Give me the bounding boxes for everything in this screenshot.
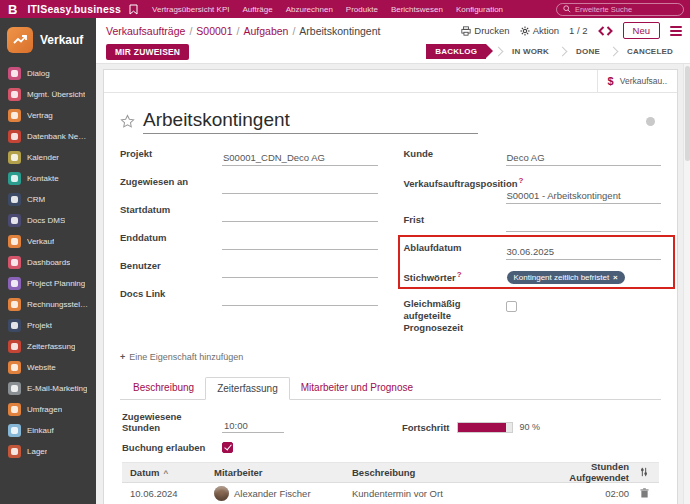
top-menu-item[interactable]: Aufträge	[242, 5, 272, 14]
table-header-row: Datum^ Mitarbeiter Beschreibung Stunden …	[122, 463, 659, 483]
sidebar-item-label: Verkauf	[27, 237, 54, 246]
sidebar-item[interactable]: Zeiterfassung	[0, 336, 96, 357]
sidebar-app-header[interactable]: Verkauf	[0, 18, 96, 63]
tag-remove-icon[interactable]: ×	[613, 273, 618, 282]
sale-order-smart-button[interactable]: $ Verkaufsau..	[597, 70, 677, 92]
sidebar-item[interactable]: CRM	[0, 189, 96, 210]
top-menu-item[interactable]: Abzurechnen	[286, 5, 333, 14]
allocated-hours-input[interactable]: 10:00	[222, 419, 284, 433]
sidebar-app-icon	[8, 403, 21, 416]
timesheet-row[interactable]: 10.06.2024 Alexander Fischer Kundentermi…	[122, 483, 659, 504]
sidebar-item[interactable]: Kalender	[0, 147, 96, 168]
top-menu-item[interactable]: Vertragsübersicht KPI	[152, 5, 229, 14]
sidebar-item[interactable]: Verkauf	[0, 231, 96, 252]
sidebar-item[interactable]: Einkauf	[0, 420, 96, 441]
brand-name[interactable]: ITISeasy.business	[27, 3, 121, 15]
sidebar-app-title: Verkauf	[40, 33, 83, 47]
help-icon[interactable]: ?	[457, 270, 462, 279]
stage-item[interactable]: IN WORK	[503, 44, 558, 59]
top-menu-item[interactable]: Produkte	[346, 5, 378, 14]
breadcrumb-current: Arbeitskontingent	[299, 25, 380, 37]
pager-next-icon[interactable]	[606, 26, 613, 36]
stage-item[interactable]: BACKLOG	[426, 44, 486, 59]
add-property-link[interactable]: + Eine Eigenschaft hinzufügen	[120, 352, 661, 362]
field-value[interactable]	[222, 179, 378, 194]
top-menu-item[interactable]: Konfiguration	[456, 5, 503, 14]
print-button[interactable]: Drucken	[461, 25, 509, 36]
field-value[interactable]	[222, 207, 378, 222]
column-header-date[interactable]: Datum^	[122, 467, 214, 478]
form-field-row: Benutzer	[120, 258, 378, 278]
notebook-tab[interactable]: Beschreibung	[122, 377, 205, 400]
search-input[interactable]	[575, 5, 677, 14]
favorite-star-icon[interactable]	[120, 114, 135, 129]
sidebar-item[interactable]: Umfragen	[0, 399, 96, 420]
breadcrumb-separator: /	[237, 25, 240, 37]
app-logo[interactable]: B	[6, 2, 19, 17]
sidebar-item[interactable]: Projekt	[0, 315, 96, 336]
sidebar-item[interactable]: Datenbank Neutralisie...	[0, 126, 96, 147]
sidebar-item[interactable]: Website	[0, 357, 96, 378]
sidebar-app-icon	[8, 340, 21, 353]
sidebar-item[interactable]: Vertrag	[0, 105, 96, 126]
scrollbar-thumb[interactable]	[685, 66, 690, 161]
form-field-row: Projekt S00001_CDN_Deco AG	[120, 146, 378, 166]
breadcrumb-link[interactable]: Verkaufsaufträge	[106, 25, 185, 37]
stage-item[interactable]: CANCELED	[618, 44, 682, 59]
expiration-date-field-value[interactable]: 30.06.2025	[506, 245, 662, 260]
sidebar-item[interactable]: Rechnungsstellung	[0, 294, 96, 315]
customer-field-value[interactable]: Deco AG	[506, 151, 662, 166]
field-label: Kunde	[404, 146, 506, 160]
sidebar-item[interactable]: Mgmt. Übersicht	[0, 84, 96, 105]
bookmark-icon[interactable]	[129, 4, 138, 15]
activity-status-dot[interactable]	[646, 117, 655, 126]
top-menu: Vertragsübersicht KPI Aufträge Abzurechn…	[152, 5, 503, 14]
vertical-scrollbar[interactable]	[683, 64, 690, 504]
search-box[interactable]	[556, 3, 684, 16]
help-icon[interactable]: ?	[519, 176, 524, 185]
breadcrumb-link[interactable]: Aufgaben	[243, 25, 288, 37]
action-menu-button[interactable]: Aktion	[520, 25, 559, 36]
notebook-tab[interactable]: Mitarbeiter und Prognose	[290, 377, 424, 400]
task-title-input[interactable]: Arbeitskontingent	[143, 109, 478, 134]
deadline-field-value[interactable]	[506, 217, 662, 232]
allow-booking-checkbox[interactable]	[222, 442, 233, 453]
sidebar-item[interactable]: Docs DMS	[0, 210, 96, 231]
pager-previous-icon[interactable]	[598, 26, 605, 36]
sidebar-item[interactable]: E-Mail-Marketing	[0, 378, 96, 399]
employee-avatar	[214, 486, 229, 501]
sidebar-item[interactable]: Project Planning	[0, 273, 96, 294]
column-header-description[interactable]: Beschreibung	[352, 467, 533, 478]
sidebar-item[interactable]: Lager	[0, 441, 96, 462]
search-icon	[563, 5, 571, 13]
top-menu-item[interactable]: Berichtswesen	[391, 5, 443, 14]
notebook-tab[interactable]: Zeiterfassung	[205, 377, 290, 400]
forecast-checkbox[interactable]	[506, 301, 517, 312]
column-header-hours[interactable]: Stunden Aufgewendet	[533, 461, 629, 483]
delete-row-icon[interactable]	[629, 488, 659, 498]
sidebar-item[interactable]: Dashboards	[0, 252, 96, 273]
field-value[interactable]: S00001_CDN_Deco AG	[222, 151, 378, 166]
tag-badge[interactable]: Kontingent zeitlich befristet×	[507, 271, 625, 284]
optional-columns-icon[interactable]	[629, 467, 659, 477]
new-button[interactable]: Neu	[623, 22, 660, 39]
sale-order-line-field-value[interactable]: S00001 - Arbeitskontingent	[506, 189, 662, 204]
field-value[interactable]	[222, 291, 378, 306]
field-value[interactable]	[222, 263, 378, 278]
menu-toggle-icon[interactable]	[670, 26, 682, 36]
tags-field[interactable]: Kontingent zeitlich befristet×	[506, 270, 662, 288]
sidebar-item-label: Dashboards	[27, 258, 70, 267]
sidebar-item-label: Zeiterfassung	[27, 342, 75, 351]
field-value[interactable]	[222, 235, 378, 250]
progress-bar	[457, 422, 513, 433]
sidebar-item[interactable]: Kontakte	[0, 168, 96, 189]
sidebar-app-icon	[8, 214, 21, 227]
breadcrumb-separator: /	[189, 25, 192, 37]
breadcrumb-separator: /	[292, 25, 295, 37]
breadcrumb-link[interactable]: S00001	[196, 25, 232, 37]
sidebar-item[interactable]: Dialog	[0, 63, 96, 84]
stage-item[interactable]: DONE	[567, 44, 609, 59]
column-header-employee[interactable]: Mitarbeiter	[214, 467, 352, 478]
sidebar-app-icon	[8, 109, 21, 122]
assign-to-me-button[interactable]: MIR ZUWEISEN	[106, 44, 189, 60]
